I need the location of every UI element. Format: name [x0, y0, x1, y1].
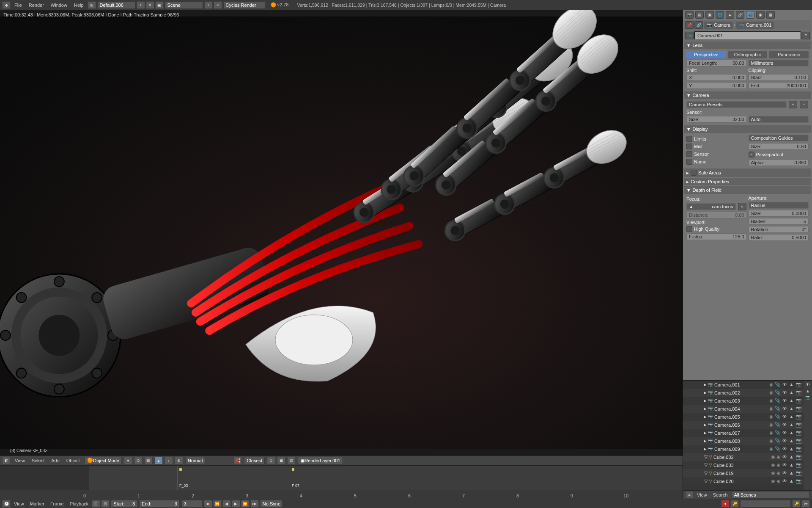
preset-remove-icon[interactable]: − [800, 101, 808, 108]
jump-next-icon[interactable]: ⏩ [241, 500, 250, 508]
breadcrumb-data[interactable]: 📹 Camera.001 [736, 22, 774, 29]
snap-magnet-icon[interactable]: 🧲 [233, 457, 242, 464]
prop-tab-texture[interactable]: ▦ [766, 11, 775, 19]
menu-file[interactable]: File [11, 0, 25, 10]
current-frame-field[interactable]: 3 [181, 500, 203, 508]
outliner-item[interactable]: ▽▽Cube.002◉ ◉👁▲📷 [683, 453, 804, 461]
prop-tab-layers[interactable]: ▤ [695, 11, 704, 19]
screen-selector[interactable]: Default.006 [97, 1, 135, 9]
prop-tab-object[interactable]: ▲ [726, 11, 734, 19]
play-reverse-icon[interactable]: ◀ [222, 500, 231, 508]
snap-target-icon[interactable]: ⊙ [267, 457, 275, 464]
screen-del-icon[interactable]: × [146, 1, 154, 9]
ratio-field[interactable]: Ratio:0.5000 [749, 234, 809, 241]
safe-areas-checkbox[interactable] [691, 170, 697, 176]
panel-camera-title[interactable]: ▼ Camera [684, 91, 811, 99]
panel-safe-areas-title[interactable]: ▸ Safe Areas [684, 168, 811, 177]
layers-btn-1[interactable]: ▦ [144, 457, 153, 464]
shift-x-field[interactable]: X:0.000 [686, 74, 747, 81]
outliner-item[interactable]: ▸📷Camera.008◉ 📎👁▲📷 [683, 437, 804, 445]
tl-range-icon[interactable]: ⊡ [92, 500, 100, 508]
outliner-item[interactable]: ▸📷Camera.001◉ 📎👁▲📷 [683, 381, 804, 389]
panel-lens-title[interactable]: ▼ Lens [684, 41, 811, 49]
aperture-size-field[interactable]: Size:0.0000 [749, 210, 809, 217]
tl-range-icon2[interactable]: ⊟ [101, 500, 110, 508]
lens-orthographic-btn[interactable]: Orthographic [728, 51, 768, 58]
scene-del-icon[interactable]: × [214, 1, 222, 9]
key-delete-icon[interactable]: 🗝 [801, 500, 810, 508]
orientation-icon[interactable]: ⊕ [175, 457, 183, 464]
focus-clear-icon[interactable]: × [738, 203, 746, 210]
menu-help[interactable]: Help [71, 0, 87, 10]
comp-guides-selector[interactable]: Composition Guides [749, 135, 809, 141]
view3d-menu-add[interactable]: Add [48, 456, 63, 465]
restrict-view-icon[interactable]: 👁 [806, 382, 810, 387]
alpha-field[interactable]: Alpha:0.850 [749, 159, 809, 166]
prop-tab-data[interactable]: 📹 [746, 11, 754, 19]
tl-menu-view[interactable]: View [11, 499, 27, 508]
outliner-item[interactable]: ▽▽Cube.019◉ ◉👁▲📷 [683, 469, 804, 477]
outliner-filter-selector[interactable]: All Scenes [732, 491, 809, 499]
snap-selector[interactable]: Closest [244, 457, 265, 464]
jump-start-icon[interactable]: ⏮ [204, 500, 212, 508]
pivot-icon[interactable]: ⊙ [134, 457, 143, 464]
lens-perspective-btn[interactable]: Perspective [686, 51, 726, 58]
clip-start-field[interactable]: Start:0.100 [749, 74, 809, 81]
keyframe-marker-2[interactable]: F 07 [292, 466, 299, 490]
frame-start-field[interactable]: Start: 3 [111, 500, 137, 508]
keying-set-icon[interactable]: 🔑 [730, 500, 739, 508]
focal-unit-selector[interactable]: Millimeters [749, 60, 809, 66]
autokey-icon[interactable]: ● [721, 500, 730, 508]
timeline-ruler[interactable]: 012345678910 [0, 490, 683, 499]
limits-checkbox[interactable] [686, 136, 692, 142]
prop-tab-material[interactable]: ◉ [756, 11, 765, 19]
restrict-select-icon[interactable]: ▲ [806, 389, 810, 393]
screen-add-icon[interactable]: + [137, 1, 145, 9]
outliner-tree[interactable]: ▸📷Camera.001◉ 📎👁▲📷▸📷Camera.002◉ 📎👁▲📷▸📷Ca… [683, 381, 804, 490]
keying-set-selector[interactable] [740, 500, 791, 508]
sensor-auto-selector[interactable]: Auto [749, 116, 809, 123]
view3d-menu-select[interactable]: Select [29, 456, 48, 465]
menu-render[interactable]: Render [25, 0, 47, 10]
mist-checkbox[interactable] [686, 144, 692, 149]
mode-selector[interactable]: 🟠 Object Mode [85, 457, 122, 464]
prop-tab-scene[interactable]: ▣ [705, 11, 714, 19]
preset-add-icon[interactable]: + [789, 101, 797, 108]
shift-y-field[interactable]: Y:0.000 [686, 82, 747, 89]
focal-length-field[interactable]: Focal Length:50.00 [686, 60, 747, 66]
outliner-item[interactable]: ▸📷Camera.006◉ 📎👁▲📷 [683, 421, 804, 429]
editor-type-icon[interactable]: ◧ [2, 457, 11, 464]
view3d-menu-object[interactable]: Object [63, 456, 83, 465]
outliner-menu-view[interactable]: View [694, 490, 710, 500]
blender-icon[interactable]: ◆ [2, 1, 11, 9]
shading-normal[interactable]: Normal [185, 457, 205, 464]
scene-browse-icon[interactable]: ▣ [155, 1, 164, 9]
engine-selector[interactable]: Cycles Render [223, 1, 266, 9]
prop-tab-constraints[interactable]: 🔗 [736, 11, 744, 19]
prop-tab-world[interactable]: 🌐 [716, 11, 724, 19]
timeline-type-icon[interactable]: 🕐 [2, 500, 11, 508]
tl-menu-playback[interactable]: Playback [67, 499, 92, 508]
restrict-render-icon[interactable]: 📷 [805, 395, 810, 400]
prop-tab-render[interactable]: 📷 [685, 11, 694, 19]
pin-icon[interactable]: 📌 [685, 21, 694, 29]
shade-solid-icon[interactable]: ● [124, 457, 132, 464]
outliner-item[interactable]: ▸📷Camera.009◉ 📎👁▲📷 [683, 445, 804, 453]
aperture-type-selector[interactable]: Radius [749, 202, 809, 209]
hq-checkbox[interactable] [686, 226, 692, 232]
panel-dof-title[interactable]: ▼ Depth of Field [684, 186, 811, 194]
outliner-type-icon[interactable]: ≡ [685, 491, 694, 499]
name-checkbox[interactable] [686, 159, 692, 165]
render-anim-icon[interactable]: ▤ [287, 457, 296, 464]
focus-distance-field[interactable]: Distance:0.00 [686, 212, 747, 218]
jump-prev-icon[interactable]: ⏪ [213, 500, 222, 508]
sync-selector[interactable]: No Sync [260, 500, 283, 508]
play-icon[interactable]: ▶ [232, 500, 240, 508]
clip-end-field[interactable]: End:2000.000 [749, 82, 809, 89]
outliner-item[interactable]: ▸📷Camera.004◉ 📎👁▲📷 [683, 405, 804, 413]
context-icon[interactable]: 🔗 [694, 21, 703, 29]
timeline-track[interactable]: F_03 F 07 [0, 465, 683, 490]
keyframe-marker-1[interactable]: F_03 [179, 466, 188, 490]
focus-object-field[interactable]: ▲ cam.focus [686, 203, 736, 210]
playhead[interactable] [178, 466, 178, 490]
